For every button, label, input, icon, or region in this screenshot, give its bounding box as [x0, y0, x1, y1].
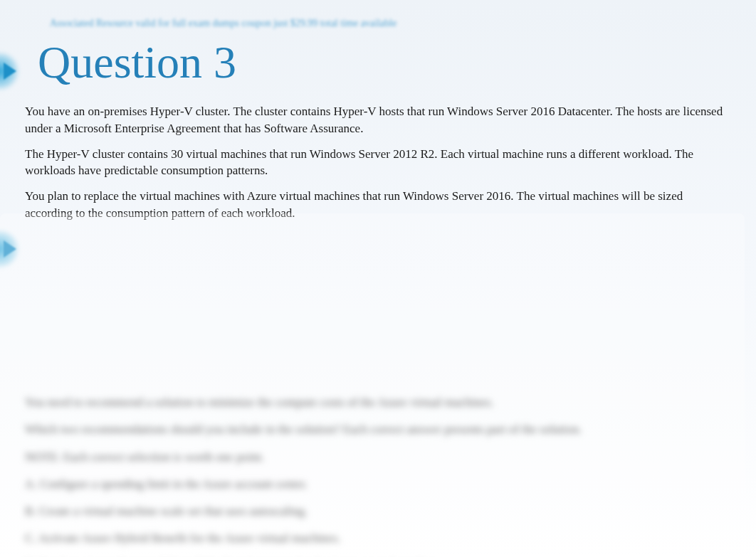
blurred-line: You need to recommend a solution to mini… — [25, 391, 720, 414]
blurred-line: NOTE: Each correct selection is worth on… — [25, 446, 720, 469]
breadcrumb-link[interactable]: Associated Resource valid for full exam … — [50, 18, 731, 29]
question-paragraph-1: You have an on-premises Hyper-V cluster.… — [25, 103, 731, 137]
question-paragraph-2: The Hyper-V cluster contains 30 virtual … — [25, 146, 731, 180]
blurred-question-content: You need to recommend a solution to mini… — [25, 391, 720, 557]
question-title: Question 3 — [38, 36, 731, 89]
blurred-line: C. Activate Azure Hybrid Benefit for the… — [25, 527, 720, 550]
locked-content-overlay: You need to recommend a solution to mini… — [0, 213, 745, 557]
blurred-line: B. Create a virtual machine scale set th… — [25, 500, 720, 523]
blurred-line: Which two recommendations should you inc… — [25, 418, 720, 441]
page-content: Associated Resource valid for full exam … — [0, 0, 756, 248]
blurred-line: A. Configure a spending limit in the Azu… — [25, 473, 720, 496]
